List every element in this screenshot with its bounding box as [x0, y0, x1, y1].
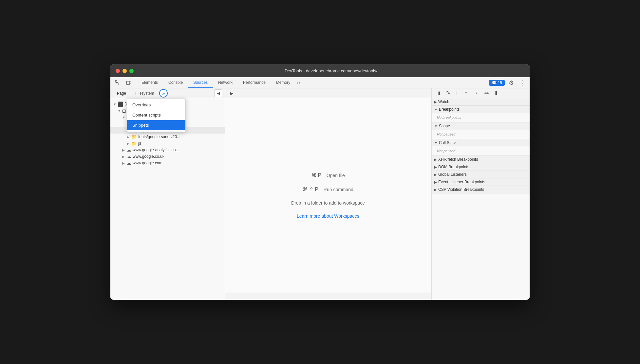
- p-key-2: P: [315, 187, 318, 192]
- xhr-fetch-header[interactable]: ▶ XHR/fetch Breakpoints: [432, 156, 530, 163]
- close-button[interactable]: [116, 69, 120, 73]
- dom-arrow: ▶: [434, 165, 437, 169]
- devtools-window: DevTools - developer.chrome.com/docs/dev…: [110, 64, 530, 300]
- tab-filesystem[interactable]: Filesystem: [131, 90, 158, 97]
- watch-section-header[interactable]: ▶ Watch: [432, 98, 530, 105]
- maximize-button[interactable]: [129, 69, 134, 73]
- more-tabs-sources-button[interactable]: »: [159, 89, 168, 98]
- p-key: P: [318, 173, 321, 178]
- call-stack-arrow: ▼: [434, 141, 438, 145]
- open-file-keys: ⌘ P: [311, 172, 321, 178]
- inspector-button[interactable]: [113, 78, 122, 87]
- dropdown-overrides[interactable]: Overrides: [127, 100, 185, 110]
- minimize-button[interactable]: [122, 69, 127, 73]
- tab-elements[interactable]: Elements: [136, 77, 163, 88]
- cmd-symbol-2: ⌘: [303, 186, 308, 192]
- step-out-button[interactable]: ↑: [462, 89, 470, 98]
- tree-item-google-analytics[interactable]: ▶ ☁ www.google-analytics.co...: [110, 147, 225, 153]
- run-button[interactable]: ▶: [228, 89, 235, 97]
- folder-icon-fonts: 📁: [131, 134, 137, 139]
- top-toolbar: Elements Console Sources Network Perform…: [110, 77, 530, 88]
- watch-section: ▶ Watch: [432, 98, 530, 106]
- sources-left-panel: Page Filesystem » Overrides Cont: [110, 88, 225, 300]
- pause-resume-button[interactable]: ⏸: [434, 89, 443, 98]
- tab-page[interactable]: Page: [113, 90, 130, 97]
- global-arrow: ▶: [434, 173, 437, 176]
- tab-console[interactable]: Console: [163, 77, 188, 88]
- console-badge-button[interactable]: 💬 15: [489, 80, 505, 86]
- debug-separator: [481, 91, 481, 96]
- tab-memory[interactable]: Memory: [271, 77, 295, 88]
- scope-content: Not paused: [432, 130, 530, 139]
- run-command-text: Run command: [324, 187, 353, 192]
- tab-performance[interactable]: Performance: [238, 77, 271, 88]
- more-tabs-button[interactable]: »: [295, 77, 301, 88]
- dropdown-snippets[interactable]: Snippets: [127, 120, 185, 130]
- deactivate-breakpoints-button[interactable]: ✏: [482, 89, 491, 98]
- dropdown-content-scripts[interactable]: Content scripts: [127, 110, 185, 120]
- tree-item-fonts[interactable]: ▶ 📁 fonts/google-sans-v20...: [110, 134, 225, 140]
- xhr-arrow: ▶: [434, 158, 437, 161]
- breakpoints-content: No breakpoints: [432, 113, 530, 122]
- settings-button[interactable]: ⚙: [507, 78, 516, 87]
- main-tabs: Elements Console Sources Network Perform…: [136, 77, 486, 88]
- tree-arrow-analytics: ▶: [122, 148, 127, 152]
- tree-item-google-com[interactable]: ▶ ☁ www.google.com: [110, 160, 225, 166]
- sources-center-panel: ▶ ⌘ P Open file ⌘ ⇧ P: [225, 88, 431, 300]
- step-button[interactable]: →: [471, 89, 480, 98]
- event-label: Event Listener Breakpoints: [438, 180, 485, 184]
- tab-network[interactable]: Network: [213, 77, 238, 88]
- device-toggle-button[interactable]: [124, 78, 133, 87]
- toolbar-right: 💬 15 ⚙ ⋮: [486, 77, 530, 88]
- breakpoints-arrow: ▼: [434, 108, 438, 111]
- global-listeners-header[interactable]: ▶ Global Listeners: [432, 171, 530, 178]
- tree-item-google-couk[interactable]: ▶ ☁ www.google.co.uk: [110, 153, 225, 160]
- main-area: Page Filesystem » Overrides Cont: [110, 88, 530, 300]
- titlebar: DevTools - developer.chrome.com/docs/dev…: [110, 64, 530, 77]
- tree-arrow-js: ▶: [127, 142, 131, 145]
- tree-item-js[interactable]: ▶ 📁 js: [110, 140, 225, 147]
- drop-folder-text: Drop in a folder to add to workspace: [291, 200, 365, 206]
- cloud-icon-2: ☁: [127, 147, 131, 153]
- event-listener-bp-section: ▶ Event Listener Breakpoints: [432, 178, 530, 186]
- call-stack-section-header[interactable]: ▼ Call Stack: [432, 139, 530, 146]
- shift-symbol: ⇧: [309, 186, 313, 192]
- breakpoints-section-header[interactable]: ▼ Breakpoints: [432, 106, 530, 113]
- scope-arrow: ▼: [434, 124, 438, 128]
- more-options-button[interactable]: ⋮: [518, 78, 527, 87]
- tree-arrow-couk: ▶: [122, 155, 127, 158]
- collapse-panel-button[interactable]: ◀: [214, 89, 222, 97]
- csp-violation-header[interactable]: ▶ CSP Violation Breakpoints: [432, 186, 530, 193]
- scope-section: ▼ Scope Not paused: [432, 122, 530, 139]
- run-command-keys: ⌘ ⇧ P: [303, 186, 318, 192]
- event-listener-bp-header[interactable]: ▶ Event Listener Breakpoints: [432, 178, 530, 186]
- dots-menu-button[interactable]: ⋮: [205, 89, 213, 97]
- step-over-button[interactable]: ↷: [443, 89, 452, 98]
- open-file-text: Open file: [327, 173, 345, 178]
- breakpoints-label: Breakpoints: [439, 107, 460, 112]
- tab-sources[interactable]: Sources: [188, 77, 213, 88]
- csp-violation-section: ▶ CSP Violation Breakpoints: [432, 186, 530, 193]
- tree-arrow-top: ▼: [118, 109, 122, 113]
- open-file-shortcut: ⌘ P Open file: [311, 172, 345, 178]
- pause-on-exceptions-button[interactable]: ⏸: [492, 89, 500, 98]
- dom-label: DOM Breakpoints: [438, 165, 469, 169]
- learn-workspaces-link[interactable]: Learn more about Workspaces: [297, 213, 359, 219]
- global-label: Global Listeners: [438, 172, 467, 177]
- event-arrow: ▶: [434, 180, 437, 184]
- step-into-button[interactable]: ↑: [453, 89, 461, 98]
- cmd-symbol: ⌘: [311, 172, 316, 178]
- tree-arrow-com: ▶: [122, 161, 127, 165]
- devtools-body: Elements Console Sources Network Perform…: [110, 77, 530, 300]
- frame-icon: ◻: [122, 108, 126, 113]
- workspace-content: ⌘ P Open file ⌘ ⇧ P Run command Dro: [225, 98, 431, 293]
- svg-rect-1: [126, 81, 130, 84]
- breakpoints-section: ▼ Breakpoints No breakpoints: [432, 106, 530, 122]
- bottom-bar: [225, 293, 431, 300]
- xhr-fetch-section: ▶ XHR/fetch Breakpoints: [432, 156, 530, 163]
- scope-section-header[interactable]: ▼ Scope: [432, 122, 530, 130]
- tree-arrow-fonts: ▶: [127, 135, 131, 139]
- dom-breakpoints-header[interactable]: ▶ DOM Breakpoints: [432, 163, 530, 171]
- svg-rect-2: [130, 82, 131, 84]
- cloud-icon-3: ☁: [127, 154, 131, 159]
